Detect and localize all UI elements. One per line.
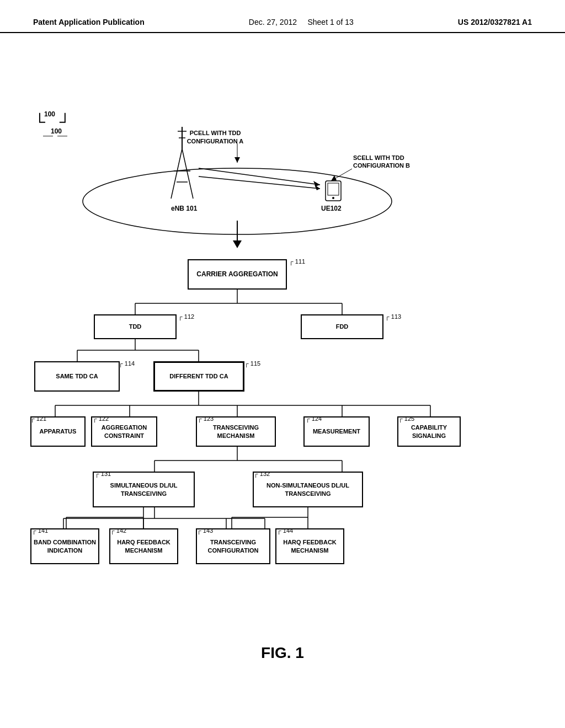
ref-124: ┌ 124 [306,415,322,422]
svg-text:UE102: UE102 [321,205,342,212]
ref-115: ┌ 115 [244,360,260,367]
svg-point-10 [332,197,334,199]
ref-143: ┌ 143 [197,527,213,534]
node-tdd: TDD [94,314,177,339]
ref-111: ┌ 111 [289,258,305,265]
header-sheet: Sheet 1 of 13 [307,18,353,26]
ref-114: ┌ 114 [119,360,135,367]
node-same-tdd-ca: SAME TDD CA [34,361,120,392]
header-right: US 2012/0327821 A1 [458,18,532,26]
header-left: Patent Application Publication [33,18,145,26]
node-different-tdd-ca: DIFFERENT TDD CA [153,361,244,392]
svg-text:CONFIGURATION A: CONFIGURATION A [187,138,244,144]
svg-text:eNB 101: eNB 101 [171,205,198,212]
ref-125: ┌ 125 [398,415,414,422]
diagram-area: eNB 101 UE102 PCELL WITH TDD CONFIGURATI… [0,39,565,689]
bracket-100-right: └ [60,113,71,131]
svg-rect-9 [328,183,339,195]
svg-line-2 [182,149,193,199]
ref-122: ┌ 122 [93,415,109,422]
svg-marker-29 [233,240,242,248]
svg-marker-16 [234,157,240,163]
ref-113: ┌ 113 [385,313,401,320]
svg-text:PCELL WITH TDD: PCELL WITH TDD [190,130,241,136]
ref-123: ┌ 123 [198,415,214,422]
ref-121: ┌ 121 [30,415,46,422]
header-date: Dec. 27, 2012 [249,18,297,26]
ref-141: ┌ 141 [32,527,48,534]
header: Patent Application Publication Dec. 27, … [0,0,565,33]
ref-131: ┌ 131 [95,470,111,477]
ref-144: ┌ 144 [277,527,293,534]
svg-line-1 [171,149,182,199]
fig-label: FIG. 1 [0,644,565,662]
ref-100: 100 [44,110,55,118]
svg-text:CONFIGURATION B: CONFIGURATION B [353,162,410,169]
ref-132: ┌ 132 [254,470,270,477]
ref-112: ┌ 112 [178,313,194,320]
svg-text:SCELL WITH TDD: SCELL WITH TDD [353,154,404,161]
page: Patent Application Publication Dec. 27, … [0,0,565,728]
node-fdd: FDD [301,314,383,339]
ref-142: ┌ 142 [110,527,126,534]
bracket-100: └ [34,113,45,131]
node-carrier-aggregation: CARRIER AGGREGATION [188,259,287,290]
header-center: Dec. 27, 2012 Sheet 1 of 13 [249,18,354,26]
